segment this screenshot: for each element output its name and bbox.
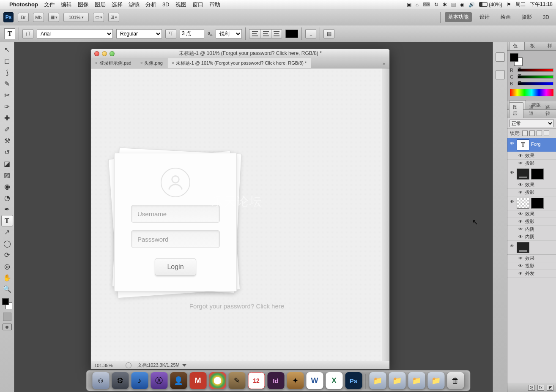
dock-excel-icon[interactable]: X — [326, 372, 342, 389]
dock-notes-icon[interactable]: ✎ — [228, 372, 245, 389]
zoom-tool[interactable]: 🔍 — [1, 283, 13, 295]
layer-fx[interactable]: 投影 — [507, 218, 556, 226]
status-icon[interactable]: ▤ — [451, 2, 456, 8]
menu-window[interactable]: 窗口 — [192, 1, 203, 8]
screenmode-toggle[interactable] — [3, 324, 12, 330]
marquee-tool[interactable]: ◻ — [1, 55, 13, 67]
login-button[interactable]: Login — [155, 258, 196, 276]
crop-tool[interactable]: ✂ — [1, 90, 13, 101]
align-center-button[interactable] — [260, 29, 271, 38]
move-tool[interactable]: ↖ — [1, 44, 13, 55]
menu-analysis[interactable]: 分析 — [145, 1, 156, 8]
mask-icon[interactable]: ◩ — [547, 385, 553, 391]
layer-fx[interactable]: 投影 — [507, 189, 556, 196]
lock-pos-icon[interactable] — [537, 131, 542, 136]
dock-folder-icon[interactable]: 📁 — [389, 372, 405, 389]
password-input[interactable]: Passsword — [131, 230, 220, 248]
lock-pixels-icon[interactable] — [529, 131, 535, 136]
font-size-input[interactable] — [180, 29, 204, 38]
dodge-tool[interactable]: ◔ — [1, 192, 13, 204]
layer-fx[interactable]: 外发 — [507, 270, 556, 278]
paragraph-panel-icon[interactable] — [496, 70, 505, 79]
link-icon[interactable]: ⛓ — [528, 385, 535, 391]
fx-icon[interactable]: fx — [537, 385, 544, 391]
history-brush-tool[interactable]: ↺ — [1, 147, 13, 158]
menu-file[interactable]: 文件 — [44, 1, 55, 8]
wifi-icon[interactable]: ◉ — [460, 2, 464, 8]
window-zoom-icon[interactable] — [110, 51, 115, 56]
history-panel-icon[interactable] — [496, 52, 505, 62]
path-select-tool[interactable]: ↗ — [1, 226, 13, 238]
screen-mode-button[interactable]: ▭ — [93, 13, 104, 22]
arrange-docs-button[interactable]: ▦ — [48, 13, 59, 22]
close-icon[interactable]: × — [140, 61, 143, 65]
shape-tool[interactable]: ◯ — [1, 238, 13, 249]
menu-3d[interactable]: 3D — [162, 1, 170, 8]
pen-tool[interactable]: ✒ — [1, 204, 13, 215]
blend-mode-select[interactable]: 正常 — [509, 120, 554, 127]
menu-image[interactable]: 图像 — [78, 1, 89, 8]
text-orientation-button[interactable]: ↕T — [22, 29, 33, 38]
clock-day[interactable]: 周三 — [515, 1, 526, 8]
menu-help[interactable]: 帮助 — [209, 1, 220, 8]
dock-trash-icon[interactable]: 🗑 — [447, 372, 464, 389]
workspace-design[interactable]: 设计 — [476, 12, 493, 22]
color-spectrum[interactable] — [510, 89, 553, 96]
color-fgbg-swatch[interactable] — [510, 53, 523, 66]
layer-mask-icon[interactable] — [531, 198, 544, 209]
input-source-icon[interactable]: ⚑ — [507, 2, 511, 8]
tab-layers[interactable]: 图层 — [509, 102, 523, 118]
bluetooth-icon[interactable]: ✱ — [443, 2, 447, 8]
forgot-password-text[interactable]: Forgot your password? Click here — [189, 302, 284, 310]
zoom-level-dropdown[interactable]: 101% — [63, 13, 89, 22]
lock-trans-icon[interactable] — [522, 131, 528, 136]
window-close-icon[interactable] — [94, 51, 99, 56]
username-input[interactable]: Username — [131, 205, 220, 223]
dock-contacts-icon[interactable]: 👤 — [170, 372, 187, 389]
character-panel-button[interactable]: ▤ — [323, 29, 334, 38]
fg-bg-swatch[interactable] — [1, 297, 13, 310]
slider-b[interactable]: B — [510, 81, 553, 86]
menu-edit[interactable]: 编辑 — [61, 1, 72, 8]
doc-tab[interactable]: ×登录框示例.psd — [91, 58, 136, 68]
eye-icon[interactable] — [509, 242, 515, 248]
eraser-tool[interactable]: ◪ — [1, 158, 13, 169]
layer-fx[interactable]: 效果 — [507, 181, 556, 189]
quickmask-toggle[interactable] — [3, 313, 11, 321]
eye-icon[interactable] — [509, 139, 515, 146]
dock-itunes-icon[interactable]: ♪ — [131, 372, 148, 389]
align-right-button[interactable] — [271, 29, 282, 38]
warp-text-button[interactable]: Ʇ — [305, 29, 316, 38]
workspace-painting[interactable]: 绘画 — [497, 12, 514, 22]
healing-tool[interactable]: ✚ — [1, 112, 13, 124]
3d-camera-tool[interactable]: ◎ — [1, 261, 13, 272]
minibridge-icon[interactable]: Mb — [33, 13, 44, 22]
window-min-icon[interactable] — [102, 51, 107, 56]
ps-logo-icon[interactable]: Ps — [3, 12, 14, 22]
layer-fx[interactable]: 效果 — [507, 152, 556, 160]
camera-icon[interactable]: ▣ — [407, 2, 411, 8]
layer-fx[interactable]: 效果 — [507, 210, 556, 218]
layer-item[interactable] — [507, 167, 556, 181]
dock-indesign-icon[interactable]: Id — [267, 372, 284, 389]
scrollbar-vertical[interactable] — [383, 68, 389, 361]
layer-fx[interactable]: 效果 — [507, 255, 556, 262]
font-style-select[interactable]: Regular — [116, 29, 162, 38]
antialias-select[interactable]: 锐利 — [216, 29, 242, 38]
doc-tab[interactable]: ×头像.png — [136, 58, 167, 68]
tabs-overflow-icon[interactable]: » — [378, 58, 389, 68]
dock-word-icon[interactable]: W — [306, 372, 323, 389]
menu-view[interactable]: 视图 — [175, 1, 186, 8]
dock-folder-icon[interactable]: 📁 — [369, 372, 386, 389]
clock-time[interactable]: 下午11:18 — [530, 1, 553, 8]
type-tool[interactable]: T — [1, 215, 13, 226]
menu-select[interactable]: 选择 — [112, 1, 123, 8]
timemachine-icon[interactable]: ↻ — [434, 2, 438, 8]
workspace-photo[interactable]: 摄影 — [518, 12, 535, 22]
3d-tool[interactable]: ⟳ — [1, 249, 13, 261]
lock-all-icon[interactable] — [544, 131, 549, 136]
tab-channels[interactable]: 通道 — [525, 102, 540, 118]
gradient-tool[interactable]: ▨ — [1, 169, 13, 181]
menu-filter[interactable]: 滤镜 — [129, 1, 140, 8]
close-icon[interactable]: × — [95, 61, 98, 65]
